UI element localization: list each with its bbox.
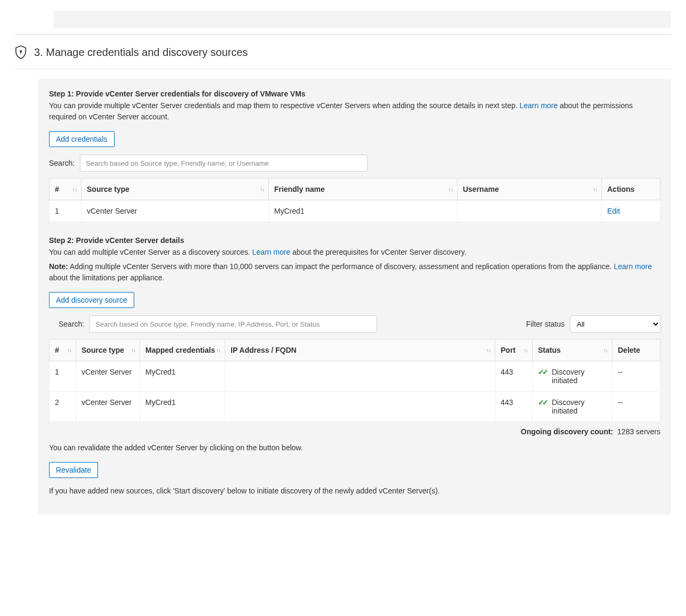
step2-search-label: Search: — [59, 320, 84, 328]
cell-source-type: vCenter Server — [81, 200, 269, 222]
add-credentials-button[interactable]: Add credentials — [49, 131, 115, 147]
note-post: about the limitations per appliance. — [49, 273, 164, 282]
table-header-row: #↑↓ Source type↑↓ Mapped credentials↑↓ I… — [50, 339, 660, 361]
col-actions: Actions — [602, 179, 660, 200]
top-bar-placeholder — [53, 11, 671, 28]
cell-status: ✓✓ Discovery initiated — [533, 361, 612, 392]
col-friendly-name[interactable]: Friendly name↑↓ — [268, 179, 457, 200]
step1-learn-more-link[interactable]: Learn more — [520, 101, 558, 110]
cell-friendly-name: MyCred1 — [268, 200, 457, 222]
discovery-count-label: Ongoing discovery count: — [521, 427, 613, 436]
start-discovery-text: If you have added new sources, click 'St… — [49, 485, 660, 497]
cell-delete: -- — [612, 361, 660, 392]
cell-action: Edit — [602, 200, 660, 222]
panel: Step 1: Provide vCenter Server credentia… — [38, 79, 671, 515]
col-delete: Delete — [612, 339, 660, 361]
col-username[interactable]: Username↑↓ — [457, 179, 601, 200]
edit-link[interactable]: Edit — [607, 207, 620, 215]
status-text: Discovery initiated — [552, 398, 607, 415]
cell-port: 443 — [495, 361, 533, 392]
col-source-type[interactable]: Source type↑↓ — [76, 339, 140, 361]
step2-desc-post: about the prerequisites for vCenter Serv… — [290, 248, 466, 256]
cell-delete: -- — [612, 392, 660, 422]
sort-icon: ↑↓ — [67, 347, 71, 353]
step1-block: Step 1: Provide vCenter Server credentia… — [49, 90, 660, 222]
cell-ip — [225, 392, 495, 422]
sort-icon: ↑↓ — [72, 187, 77, 192]
sort-icon: ↑↓ — [593, 187, 597, 192]
sort-icon: ↑↓ — [486, 347, 491, 353]
cell-status: ✓✓ Discovery initiated — [533, 392, 612, 422]
sort-icon: ↑↓ — [260, 187, 264, 192]
step2-note-learn-more-link[interactable]: Learn more — [614, 262, 652, 271]
step1-search-row: Search: — [49, 155, 660, 172]
step2-block: Step 2: Provide vCenter Server details Y… — [49, 236, 660, 497]
step1-title: Step 1: Provide vCenter Server credentia… — [49, 90, 660, 98]
shield-lock-icon — [15, 45, 27, 59]
sort-icon: ↑↓ — [448, 187, 453, 192]
step1-search-input[interactable] — [80, 155, 368, 172]
add-discovery-source-button[interactable]: Add discovery source — [49, 292, 134, 308]
col-num[interactable]: #↑↓ — [50, 179, 81, 200]
top-rule — [15, 34, 671, 35]
step1-desc-pre: You can provide multiple vCenter Server … — [49, 101, 520, 110]
cell-username — [457, 200, 601, 222]
cell-source-type: vCenter Server — [76, 361, 140, 392]
step2-note: Note: Adding multiple vCenter Servers wi… — [49, 261, 660, 283]
discovery-count-row: Ongoing discovery count: 1283 servers — [49, 427, 660, 436]
col-port[interactable]: Port↑↓ — [495, 339, 533, 361]
note-pre: Adding multiple vCenter Servers with mor… — [68, 262, 614, 271]
step1-description: You can provide multiple vCenter Server … — [49, 100, 660, 123]
col-num[interactable]: #↑↓ — [50, 339, 76, 361]
step2-search-input[interactable] — [89, 315, 377, 333]
sort-icon: ↑↓ — [524, 347, 528, 353]
double-check-icon: ✓✓ — [538, 398, 546, 407]
svg-rect-1 — [20, 52, 21, 54]
revalidate-text: You can revalidate the added vCenter Ser… — [49, 442, 660, 453]
cell-num: 1 — [50, 361, 76, 392]
table-row: 2 vCenter Server MyCred1 443 ✓✓ Discover… — [50, 392, 660, 422]
table-row: 1 vCenter Server MyCred1 Edit — [50, 200, 660, 222]
filter-status-select[interactable]: All — [570, 315, 660, 333]
discovery-count-value: 1283 servers — [617, 427, 660, 436]
col-status[interactable]: Status↑↓ — [533, 339, 612, 361]
table-row: 1 vCenter Server MyCred1 443 ✓✓ Discover… — [50, 361, 660, 392]
step2-search-row: Search: Filter status All — [49, 315, 660, 333]
filter-status-label: Filter status — [526, 320, 565, 328]
cell-source-type: vCenter Server — [76, 392, 140, 422]
revalidate-button[interactable]: Revalidate — [49, 462, 98, 478]
col-mapped-credentials[interactable]: Mapped credentials↑↓ — [140, 339, 225, 361]
section-title: 3. Manage credentials and discovery sour… — [34, 46, 248, 59]
cell-num: 2 — [50, 392, 76, 422]
step2-description: You can add multiple vCenter Server as a… — [49, 247, 660, 258]
col-ip[interactable]: IP Address / FQDN↑↓ — [225, 339, 495, 361]
step2-desc-pre: You can add multiple vCenter Server as a… — [49, 248, 252, 256]
double-check-icon: ✓✓ — [538, 368, 546, 376]
step2-title: Step 2: Provide vCenter Server details — [49, 236, 660, 245]
sort-icon: ↑↓ — [216, 347, 220, 353]
status-text: Discovery initiated — [552, 368, 607, 385]
section-header: 3. Manage credentials and discovery sour… — [15, 45, 671, 69]
cell-num: 1 — [50, 200, 81, 222]
credentials-table: #↑↓ Source type↑↓ Friendly name↑↓ Userna… — [49, 178, 660, 222]
table-header-row: #↑↓ Source type↑↓ Friendly name↑↓ Userna… — [50, 179, 660, 200]
sort-icon: ↑↓ — [603, 347, 608, 353]
cell-mapped-credentials: MyCred1 — [140, 361, 225, 392]
sources-table: #↑↓ Source type↑↓ Mapped credentials↑↓ I… — [49, 339, 660, 422]
cell-ip — [225, 361, 495, 392]
col-source-type[interactable]: Source type↑↓ — [81, 179, 269, 200]
step2-learn-more-link[interactable]: Learn more — [252, 248, 291, 256]
note-label: Note: — [49, 262, 68, 271]
step1-search-label: Search: — [49, 159, 75, 167]
sort-icon: ↑↓ — [131, 347, 135, 353]
cell-mapped-credentials: MyCred1 — [140, 392, 225, 422]
cell-port: 443 — [495, 392, 533, 422]
